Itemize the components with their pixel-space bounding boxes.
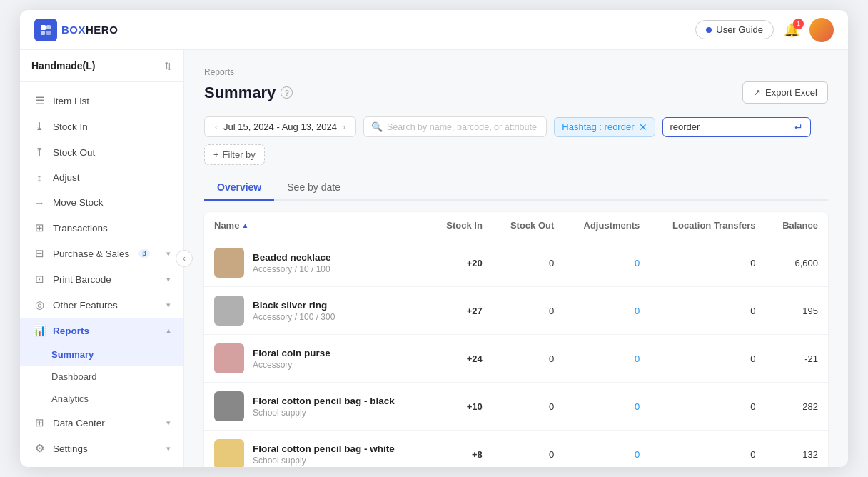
cell-stock-in: +8 <box>430 431 493 468</box>
item-image <box>214 248 244 278</box>
cell-balance: 195 <box>765 287 828 335</box>
tab-see-by-date[interactable]: See by date <box>274 175 353 201</box>
logo-text: BOXHERO <box>61 24 118 36</box>
sidebar-item-label: Reports <box>53 326 89 336</box>
sidebar-item-stock-out[interactable]: ⤒ Stock Out <box>20 139 183 165</box>
export-excel-button[interactable]: ↗ Export Excel <box>742 81 828 104</box>
table-row[interactable]: Black silver ring Accessory / 100 / 300 … <box>204 287 828 335</box>
item-sub: Accessory <box>253 360 330 370</box>
item-image <box>214 439 244 467</box>
sidebar-item-data-center[interactable]: ⊞ Data Center ▾ <box>20 410 183 436</box>
other-features-chevron-icon: ▾ <box>166 301 171 310</box>
hashtag-filter-tag[interactable]: Hashtag : reorder ✕ <box>554 117 655 137</box>
cell-name: Floral cotton pencil bag - white School … <box>204 431 430 468</box>
date-prev-icon[interactable]: ‹ <box>212 122 221 132</box>
beta-badge: β <box>138 249 150 258</box>
tab-overview[interactable]: Overview <box>204 175 274 201</box>
sub-nav-item-summary[interactable]: Summary <box>20 343 183 366</box>
table-row[interactable]: Beaded necklace Accessory / 10 / 100 +20… <box>204 239 828 287</box>
sidebar-item-transactions[interactable]: ⊞ Transactions <box>20 215 183 241</box>
stock-in-icon: ⤓ <box>33 120 46 133</box>
sidebar-item-reports[interactable]: 📊 Reports ▴ <box>20 318 183 343</box>
hashtag-search-input[interactable] <box>670 121 790 132</box>
purchase-sales-icon: ⊟ <box>33 247 46 260</box>
page-title: Summary ? <box>204 84 293 102</box>
user-guide-label: User Guide <box>716 24 763 35</box>
sidebar-item-purchase-sales[interactable]: ⊟ Purchase & Sales β ▾ <box>20 241 183 266</box>
reports-icon: 📊 <box>33 324 46 337</box>
sidebar-item-other-features[interactable]: ◎ Other Features ▾ <box>20 292 183 318</box>
date-picker[interactable]: ‹ Jul 15, 2024 - Aug 13, 2024 › <box>204 116 356 137</box>
item-name: Beaded necklace <box>253 252 331 263</box>
sidebar: Handmade(L) ⇅ ☰ Item List ⤓ Stock In ⤒ S… <box>20 50 184 467</box>
user-guide-button[interactable]: User Guide <box>695 20 774 39</box>
help-icon[interactable]: ? <box>281 86 293 99</box>
table-row[interactable]: Floral coin purse Accessory +24 0 0 0 -2… <box>204 335 828 383</box>
date-next-icon[interactable]: › <box>340 122 348 132</box>
cell-location-transfers: 0 <box>650 239 765 287</box>
user-guide-dot <box>706 27 712 33</box>
cell-stock-in: +10 <box>430 383 493 431</box>
col-header-adjustments: Adjustments <box>564 212 650 239</box>
reports-sub-nav: Summary Dashboard Analytics <box>20 343 183 410</box>
breadcrumb: Reports <box>204 67 828 77</box>
cell-stock-out: 0 <box>493 431 564 468</box>
svg-rect-3 <box>46 31 51 35</box>
item-image <box>214 391 244 421</box>
main-layout: Handmade(L) ⇅ ☰ Item List ⤓ Stock In ⤒ S… <box>20 50 848 467</box>
sub-nav-item-dashboard[interactable]: Dashboard <box>20 366 183 388</box>
notification-icon[interactable]: 🔔 1 <box>784 22 799 38</box>
search-placeholder: Search by name, barcode, or attribute. <box>387 122 539 132</box>
sidebar-item-label: Move Stock <box>53 197 104 208</box>
page-title-text: Summary <box>204 84 276 102</box>
org-chevron-icon[interactable]: ⇅ <box>164 61 172 71</box>
hashtag-filter-remove-icon[interactable]: ✕ <box>639 121 647 133</box>
sidebar-item-label: Transactions <box>53 223 108 234</box>
plus-icon: + <box>213 149 219 160</box>
sidebar-item-settings[interactable]: ⚙ Settings ▾ <box>20 436 183 461</box>
cell-adjustments: 0 <box>564 431 650 468</box>
filter-by-button[interactable]: + Filter by <box>204 144 265 165</box>
cell-stock-in: +20 <box>430 239 493 287</box>
sidebar-collapse-button[interactable]: ‹ <box>176 250 193 267</box>
item-image <box>214 296 244 326</box>
search-icon: 🔍 <box>371 121 383 132</box>
sidebar-nav: ☰ Item List ⤓ Stock In ⤒ Stock Out ↕ Adj… <box>20 82 183 467</box>
cell-location-transfers: 0 <box>650 335 765 383</box>
table-row[interactable]: Floral cotton pencil bag - white School … <box>204 431 828 468</box>
sidebar-item-item-list[interactable]: ☰ Item List <box>20 88 183 114</box>
cell-name: Black silver ring Accessory / 100 / 300 <box>204 287 430 335</box>
sidebar-wrapper: Handmade(L) ⇅ ☰ Item List ⤓ Stock In ⤒ S… <box>20 50 184 467</box>
filters-row: ‹ Jul 15, 2024 - Aug 13, 2024 › 🔍 Search… <box>204 116 828 165</box>
move-stock-icon: → <box>33 196 46 209</box>
reports-chevron-icon: ▴ <box>166 326 171 336</box>
cell-adjustments: 0 <box>564 287 650 335</box>
stock-out-icon: ⤒ <box>33 146 46 159</box>
sub-nav-item-analytics[interactable]: Analytics <box>20 388 183 410</box>
cell-location-transfers: 0 <box>650 383 765 431</box>
cell-stock-out: 0 <box>493 335 564 383</box>
sidebar-item-move-stock[interactable]: → Move Stock <box>20 190 183 215</box>
cell-balance: -21 <box>765 335 828 383</box>
sidebar-item-label: Settings <box>53 443 88 454</box>
avatar[interactable] <box>809 18 834 42</box>
logo: BOXHERO <box>34 19 118 41</box>
sidebar-item-label: Stock Out <box>53 147 95 158</box>
item-sub: School supply <box>253 456 395 466</box>
cell-balance: 282 <box>765 383 828 431</box>
sidebar-item-adjust[interactable]: ↕ Adjust <box>20 165 183 190</box>
cell-adjustments: 0 <box>564 239 650 287</box>
sort-icon[interactable]: ▲ <box>241 221 248 229</box>
sidebar-item-stock-in[interactable]: ⤓ Stock In <box>20 114 183 139</box>
item-name: Floral cotton pencil bag - black <box>253 396 395 406</box>
sidebar-item-label: Stock In <box>53 121 88 132</box>
item-name: Floral cotton pencil bag - white <box>253 443 395 454</box>
item-sub: Accessory / 100 / 300 <box>253 312 335 322</box>
cell-stock-out: 0 <box>493 287 564 335</box>
hashtag-enter-icon[interactable]: ↵ <box>794 121 803 133</box>
sidebar-item-print-barcode[interactable]: ⊡ Print Barcode ▾ <box>20 266 183 292</box>
sidebar-item-label: Data Center <box>53 418 105 428</box>
table-row[interactable]: Floral cotton pencil bag - black School … <box>204 383 828 431</box>
cell-name: Floral cotton pencil bag - black School … <box>204 383 430 431</box>
search-box[interactable]: 🔍 Search by name, barcode, or attribute. <box>363 116 547 137</box>
